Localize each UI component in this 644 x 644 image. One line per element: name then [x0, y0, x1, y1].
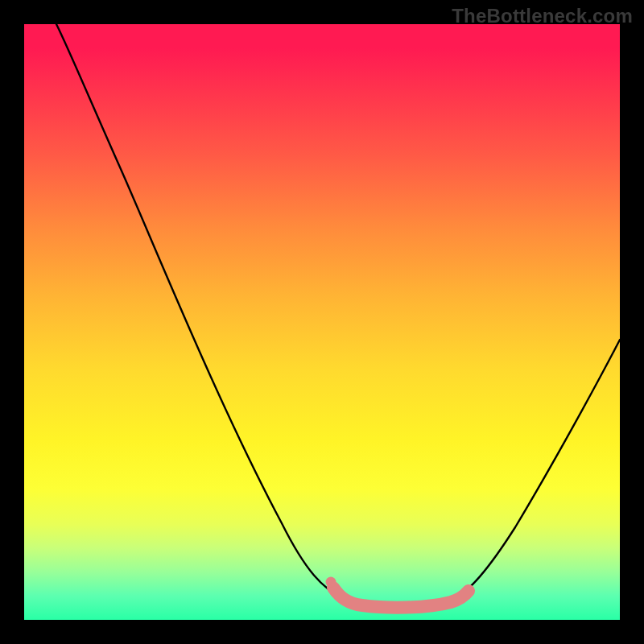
plot-area — [24, 24, 620, 620]
pink-dot — [326, 577, 336, 588]
black-curve — [56, 24, 620, 604]
pink-band — [333, 588, 469, 608]
curve-layer — [24, 24, 620, 620]
chart-frame: TheBottleneck.com — [0, 0, 644, 644]
